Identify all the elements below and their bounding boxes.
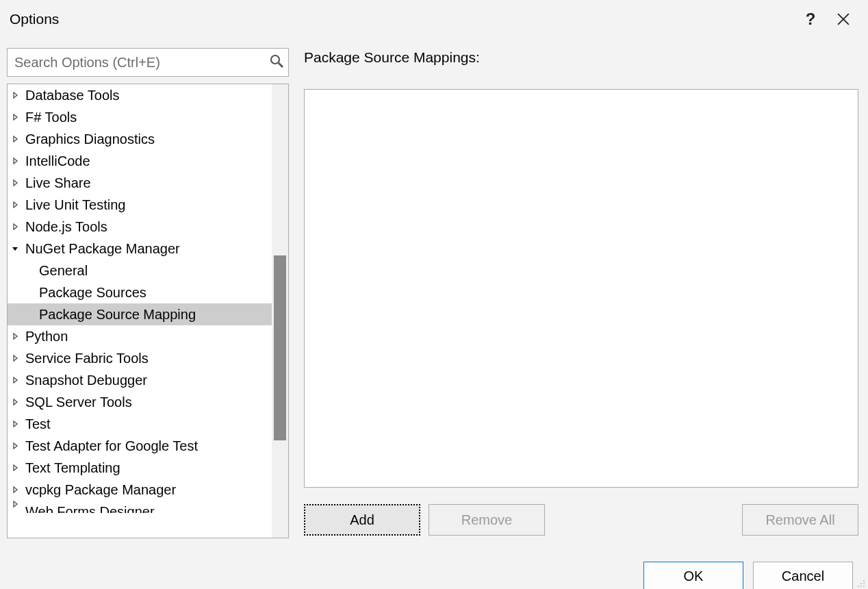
tree-item-label: Graphics Diagnostics xyxy=(25,128,155,150)
tree-item[interactable]: Test xyxy=(8,413,272,435)
tree-item-label: Text Templating xyxy=(25,457,120,479)
search-container xyxy=(7,48,289,77)
window-title: Options xyxy=(10,11,794,27)
tree-item[interactable]: Database Tools xyxy=(8,84,272,106)
tree-item[interactable]: Live Unit Testing xyxy=(8,194,272,216)
tree-item-label: General xyxy=(39,260,88,281)
tree-item-label: Test Adapter for Google Test xyxy=(25,435,198,457)
chevron-right-icon[interactable] xyxy=(10,399,20,405)
tree-item[interactable]: NuGet Package Manager xyxy=(8,238,272,260)
tree-item-label: Snapshot Debugger xyxy=(25,369,147,391)
tree-item[interactable]: Snapshot Debugger xyxy=(8,369,272,391)
close-icon xyxy=(837,13,850,25)
section-heading: Package Source Mappings: xyxy=(304,49,858,66)
tree-item[interactable]: General xyxy=(8,260,272,281)
tree-item[interactable]: Text Templating xyxy=(8,457,272,479)
svg-point-4 xyxy=(863,583,865,584)
tree-scrollbar[interactable] xyxy=(272,84,288,538)
chevron-right-icon[interactable] xyxy=(10,442,20,449)
tree-item[interactable]: vcpkg Package Manager xyxy=(8,479,272,501)
chevron-right-icon[interactable] xyxy=(10,158,20,164)
tree-item-label: Test xyxy=(25,413,51,435)
svg-point-6 xyxy=(860,586,862,587)
cancel-button[interactable]: Cancel xyxy=(753,562,853,589)
chevron-right-icon[interactable] xyxy=(10,179,20,186)
titlebar: Options ? xyxy=(0,0,868,38)
tree-item-label: Live Unit Testing xyxy=(25,194,125,216)
svg-point-5 xyxy=(858,586,859,587)
chevron-right-icon[interactable] xyxy=(10,223,20,230)
remove-all-button[interactable]: Remove All xyxy=(742,504,858,536)
chevron-right-icon[interactable] xyxy=(10,136,20,142)
tree-item-label: Live Share xyxy=(25,172,91,194)
chevron-right-icon[interactable] xyxy=(10,421,20,427)
search-input[interactable] xyxy=(7,48,289,77)
tree-item-label: Service Fabric Tools xyxy=(25,347,149,369)
tree-item-label: Web Forms Designer xyxy=(25,501,155,513)
help-button[interactable]: ? xyxy=(794,3,827,36)
chevron-right-icon[interactable] xyxy=(10,501,20,507)
tree-item-label: Node.js Tools xyxy=(25,216,107,238)
tree-item[interactable]: Python xyxy=(8,325,272,347)
tree-item-label: Database Tools xyxy=(25,84,120,106)
close-button[interactable] xyxy=(827,3,860,36)
chevron-right-icon[interactable] xyxy=(10,377,20,384)
tree-item-label: vcpkg Package Manager xyxy=(25,479,176,501)
tree-item[interactable]: Graphics Diagnostics xyxy=(8,128,272,150)
tree-item-label: F# Tools xyxy=(25,106,77,128)
tree-scroll-thumb[interactable] xyxy=(274,255,286,440)
tree-item[interactable]: SQL Server Tools xyxy=(8,391,272,413)
tree-item-label: NuGet Package Manager xyxy=(25,238,180,260)
chevron-down-icon[interactable] xyxy=(10,245,20,252)
svg-point-2 xyxy=(863,580,865,581)
chevron-right-icon[interactable] xyxy=(10,355,20,362)
ok-button[interactable]: OK xyxy=(643,562,743,589)
tree-item-label: Python xyxy=(25,325,68,347)
options-tree: Database ToolsF# ToolsGraphics Diagnosti… xyxy=(7,84,289,538)
dialog-footer: OK Cancel xyxy=(0,538,868,589)
tree-item-label: IntelliCode xyxy=(25,150,90,172)
mappings-button-row: Add Remove Remove All xyxy=(304,504,858,536)
tree-item[interactable]: IntelliCode xyxy=(8,150,272,172)
chevron-right-icon[interactable] xyxy=(10,333,20,340)
remove-button[interactable]: Remove xyxy=(429,504,545,536)
tree-item-label: SQL Server Tools xyxy=(25,391,132,413)
tree-item[interactable]: Node.js Tools xyxy=(8,216,272,238)
svg-point-3 xyxy=(860,583,862,584)
chevron-right-icon[interactable] xyxy=(10,464,20,471)
tree-item[interactable]: Test Adapter for Google Test xyxy=(8,435,272,457)
chevron-right-icon[interactable] xyxy=(10,92,20,99)
tree-item-label: Package Source Mapping xyxy=(39,303,196,325)
mappings-listbox[interactable] xyxy=(304,89,858,488)
tree-item[interactable]: Package Source Mapping xyxy=(8,303,272,325)
svg-point-7 xyxy=(863,586,865,587)
tree-item[interactable]: Web Forms Designer xyxy=(8,501,272,513)
chevron-right-icon[interactable] xyxy=(10,486,20,493)
tree-item[interactable]: Live Share xyxy=(8,172,272,194)
add-button[interactable]: Add xyxy=(304,504,420,536)
resize-grip[interactable] xyxy=(857,578,867,588)
chevron-right-icon[interactable] xyxy=(10,114,20,121)
tree-item[interactable]: Service Fabric Tools xyxy=(8,347,272,369)
tree-item[interactable]: F# Tools xyxy=(8,106,272,128)
tree-item-label: Package Sources xyxy=(39,281,146,303)
chevron-right-icon[interactable] xyxy=(10,201,20,208)
tree-item[interactable]: Package Sources xyxy=(8,281,272,303)
